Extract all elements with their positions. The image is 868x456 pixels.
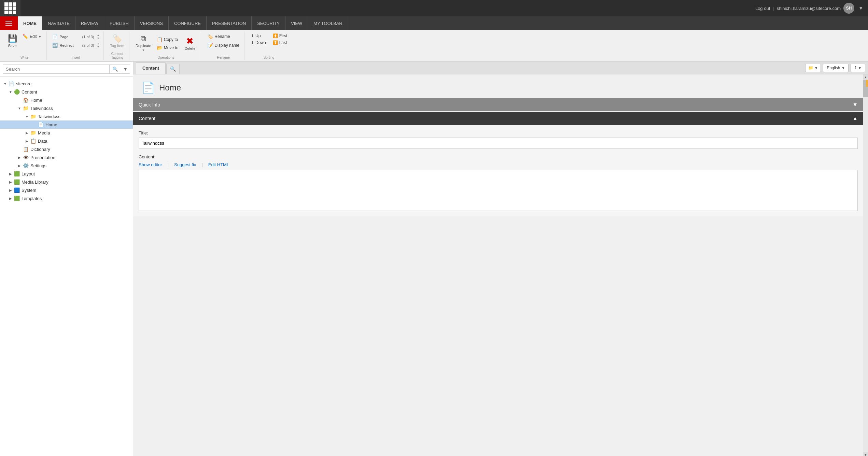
quick-info-header[interactable]: Quick Info ▼ — [133, 98, 863, 111]
move-to-button[interactable]: 📂 Move to — [155, 44, 181, 52]
toggle-media-icon[interactable]: ▶ — [25, 130, 29, 135]
dictionary-icon: 📋 — [23, 146, 29, 152]
search-tab-button[interactable]: 🔍 — [166, 64, 180, 74]
toggle-settings-icon[interactable]: ▶ — [17, 163, 22, 168]
tree-item-presentation[interactable]: ▶ 👁️ Presentation — [0, 153, 133, 161]
toggle-sitecore-icon[interactable]: ▼ — [3, 81, 8, 86]
tree-item-tailwindcss-1[interactable]: ▼ 📁 Tailwindcss — [0, 104, 133, 112]
media-icon: 📁 — [30, 130, 36, 136]
nav-tab-mytoolbar[interactable]: MY TOOLBAR — [308, 16, 348, 30]
content-section-header[interactable]: Content ▲ — [133, 112, 863, 125]
toggle-content-icon[interactable]: ▼ — [8, 89, 13, 94]
content-section-collapse-icon[interactable]: ▲ — [852, 115, 858, 122]
quick-info-collapse-icon[interactable]: ▼ — [852, 102, 858, 108]
nav-tab-security[interactable]: SECURITY — [252, 16, 285, 30]
page-down-arrow[interactable]: ▼ — [97, 37, 99, 40]
show-editor-link[interactable]: Show editor — [139, 162, 162, 167]
templates-icon: 🟩 — [14, 195, 20, 201]
nav-tab-home[interactable]: HOME — [18, 16, 42, 30]
last-button[interactable]: ⏬ Last — [271, 40, 289, 46]
display-name-button[interactable]: 📝 Display name — [205, 42, 241, 49]
hamburger-menu[interactable] — [0, 16, 18, 30]
tab-content[interactable]: Content — [136, 62, 166, 74]
version-button[interactable]: 1 ▼ — [851, 64, 865, 72]
toggle-presentation-icon[interactable]: ▶ — [17, 155, 22, 160]
nav-tab-navigate[interactable]: NAVIGATE — [42, 16, 75, 30]
down-button[interactable]: ⬇ Down — [249, 40, 268, 46]
tree-item-home-selected[interactable]: 📄 Home — [0, 120, 133, 129]
media-library-icon: 🟩 — [14, 179, 20, 185]
avatar: SH — [843, 3, 854, 14]
page-up-arrow[interactable]: ▲ — [97, 33, 99, 37]
toggle-media-library-icon[interactable]: ▶ — [8, 180, 13, 184]
tree-item-content[interactable]: ▼ 🟢 Content — [0, 88, 133, 96]
scroll-down-arrow[interactable]: ▼ — [863, 452, 868, 456]
first-button[interactable]: ⏫ First — [271, 33, 289, 39]
layout-icon: 🟩 — [14, 171, 20, 177]
search-input[interactable] — [3, 65, 110, 74]
toggle-tailwindcss1-icon[interactable]: ▼ — [17, 106, 22, 111]
duplicate-button[interactable]: ⧉ Duplicate ▼ — [134, 33, 153, 53]
collapse-arrow-icon[interactable]: ▼ — [856, 0, 865, 16]
user-email: shinichi.haramizu@sitecore.com — [777, 6, 841, 11]
tree-item-tailwindcss-2[interactable]: ▼ 📁 Tailwindcss — [0, 112, 133, 120]
tree-item-sitecore[interactable]: ▼ 📄 sitecore — [0, 80, 133, 88]
copy-to-button[interactable]: 📋 Copy to — [155, 36, 181, 43]
search-button[interactable]: 🔍 — [110, 65, 121, 74]
app-logo[interactable] — [0, 0, 20, 16]
quick-info-section: Quick Info ▼ — [133, 98, 863, 111]
tree-item-settings[interactable]: ▶ ⚙️ Settings — [0, 161, 133, 170]
edit-button[interactable]: ✏️ Edit ▼ — [20, 33, 44, 40]
title-label: Title: — [139, 130, 858, 136]
save-button[interactable]: 💾 Save — [5, 33, 19, 49]
content-icon: 🟢 — [14, 89, 20, 95]
tree-item-home-root[interactable]: 🏠 Home — [0, 96, 133, 104]
tree-item-system[interactable]: ▶ 🟦 System — [0, 186, 133, 194]
tree-item-data[interactable]: ▶ 📋 Data — [0, 137, 133, 145]
nav-tab-configure[interactable]: CONFIGURE — [169, 16, 207, 30]
rename-button[interactable]: 🏷️ Rename — [205, 33, 232, 40]
toggle-layout-icon[interactable]: ▶ — [8, 171, 13, 176]
content-section: Content ▲ Title: Content: — [133, 112, 863, 216]
edit-html-link[interactable]: Edit HTML — [208, 162, 229, 167]
nav-tab-presentation[interactable]: PRESENTATION — [207, 16, 252, 30]
title-input[interactable] — [139, 138, 858, 149]
toggle-tailwindcss2-icon[interactable]: ▼ — [25, 114, 29, 119]
language-button[interactable]: English ▼ — [823, 64, 849, 72]
tree-item-templates[interactable]: ▶ 🟩 Templates — [0, 194, 133, 202]
redirect-up-arrow[interactable]: ▲ — [97, 42, 99, 45]
home-root-icon: 🏠 — [23, 97, 29, 103]
tag-item-button[interactable]: 🏷️ Tag item — [108, 33, 126, 49]
nav-tab-review[interactable]: REVIEW — [75, 16, 104, 30]
nav-tab-view[interactable]: VIEW — [285, 16, 308, 30]
language-dropdown-icon: ▼ — [842, 66, 845, 70]
tree-item-dictionary[interactable]: 📋 Dictionary — [0, 145, 133, 153]
tree-item-media-library[interactable]: ▶ 🟩 Media Library — [0, 178, 133, 186]
page-header: 📄 Home — [133, 74, 863, 98]
toggle-data-icon[interactable]: ▶ — [25, 139, 29, 143]
folder-button[interactable]: 📁 ▼ — [805, 64, 821, 72]
folder-icon: 📁 — [808, 66, 813, 70]
presentation-icon: 👁️ — [23, 154, 29, 160]
toggle-templates-icon[interactable]: ▶ — [8, 196, 13, 201]
up-button[interactable]: ⬆ Up — [249, 33, 268, 39]
right-scrollbar: ▲ ▼ — [863, 74, 868, 456]
tree-item-media[interactable]: ▶ 📁 Media — [0, 129, 133, 137]
logout-button[interactable]: Log out — [755, 6, 770, 11]
scroll-up-arrow[interactable]: ▲ — [863, 74, 868, 80]
yellow-indicator — [866, 80, 868, 87]
tree-item-layout[interactable]: ▶ 🟩 Layout — [0, 170, 133, 178]
content-editor[interactable] — [139, 170, 858, 211]
tailwindcss2-icon: 📁 — [30, 113, 36, 119]
top-separator: | — [773, 6, 774, 11]
delete-button[interactable]: ✖ Delete — [182, 34, 198, 52]
nav-tab-publish[interactable]: PUBLISH — [104, 16, 135, 30]
search-dropdown-button[interactable]: ▼ — [121, 65, 130, 74]
folder-dropdown-icon: ▼ — [814, 66, 818, 70]
content-tree: ▼ 📄 sitecore ▼ 🟢 Content 🏠 Home ▼ 📁 Tail… — [0, 77, 133, 456]
suggest-fix-link[interactable]: Suggest fix — [174, 162, 196, 167]
toggle-system-icon[interactable]: ▶ — [8, 188, 13, 193]
home-selected-icon: 📄 — [38, 122, 44, 128]
nav-tab-versions[interactable]: VERSIONS — [135, 16, 169, 30]
redirect-down-arrow[interactable]: ▼ — [97, 45, 99, 49]
